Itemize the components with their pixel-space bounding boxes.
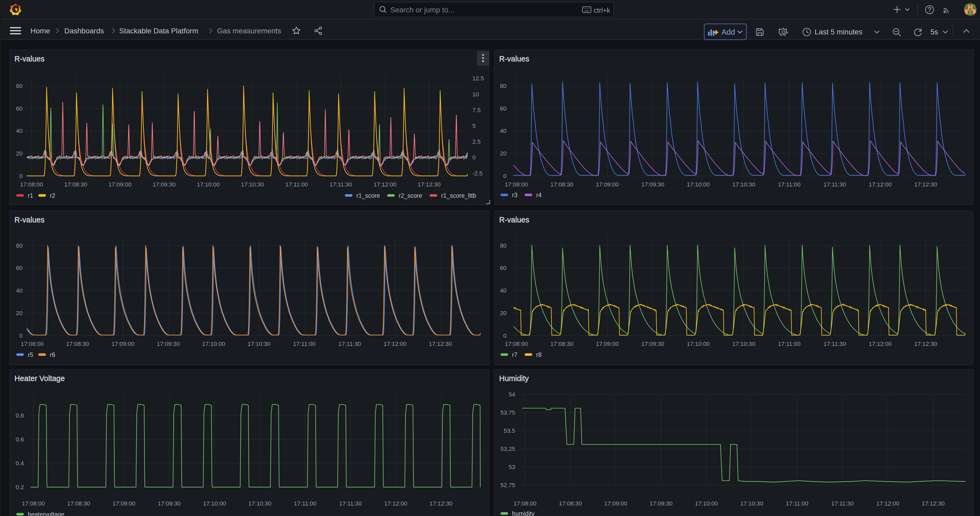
svg-text:17:09:30: 17:09:30 <box>157 341 180 347</box>
svg-text:17:10:30: 17:10:30 <box>248 500 271 507</box>
svg-text:17:09:30: 17:09:30 <box>153 181 176 188</box>
svg-text:humidity: humidity <box>512 510 535 516</box>
svg-text:heatervoltage: heatervoltage <box>28 511 64 516</box>
svg-text:60: 60 <box>16 265 22 271</box>
svg-text:Humidity: Humidity <box>499 374 529 382</box>
svg-text:17:12:00: 17:12:00 <box>876 500 899 507</box>
svg-text:53.5: 53.5 <box>504 427 515 434</box>
svg-text:40: 40 <box>16 287 22 294</box>
svg-text:2.5: 2.5 <box>473 139 480 145</box>
svg-text:40: 40 <box>500 127 506 134</box>
svg-text:17:08:00: 17:08:00 <box>514 500 537 507</box>
svg-text:10: 10 <box>473 91 479 98</box>
svg-text:17:12:30: 17:12:30 <box>914 181 937 188</box>
svg-text:5: 5 <box>473 123 476 129</box>
svg-text:17:12:30: 17:12:30 <box>914 341 937 347</box>
svg-text:17:10:00: 17:10:00 <box>202 341 225 347</box>
svg-text:17:09:00: 17:09:00 <box>596 341 619 347</box>
svg-text:17:09:30: 17:09:30 <box>158 500 181 507</box>
svg-text:53: 53 <box>509 464 515 470</box>
svg-text:r4: r4 <box>536 192 542 199</box>
svg-text:54: 54 <box>509 391 515 398</box>
svg-text:17:12:00: 17:12:00 <box>384 500 407 507</box>
svg-text:17:11:00: 17:11:00 <box>778 341 800 347</box>
svg-text:80: 80 <box>16 83 22 89</box>
svg-text:17:09:30: 17:09:30 <box>649 500 673 507</box>
svg-text:17:10:00: 17:10:00 <box>203 500 226 507</box>
svg-text:R-values: R-values <box>14 216 45 224</box>
svg-text:r1_score: r1_score <box>356 192 380 199</box>
svg-text:17:11:30: 17:11:30 <box>824 341 846 347</box>
svg-text:17:12:30: 17:12:30 <box>430 500 453 507</box>
svg-text:17:12:00: 17:12:00 <box>383 341 407 347</box>
svg-text:53.75: 53.75 <box>501 409 515 416</box>
svg-text:17:12:00: 17:12:00 <box>869 341 892 347</box>
svg-text:0: 0 <box>19 333 22 339</box>
svg-text:R-values: R-values <box>499 55 529 63</box>
svg-text:20: 20 <box>500 150 506 157</box>
svg-text:r3: r3 <box>512 192 517 199</box>
svg-text:52.75: 52.75 <box>501 482 515 489</box>
svg-text:17:12:00: 17:12:00 <box>869 181 892 188</box>
svg-text:0.8: 0.8 <box>16 412 24 419</box>
svg-text:80: 80 <box>500 83 506 89</box>
svg-text:17:10:30: 17:10:30 <box>740 500 764 507</box>
svg-text:60: 60 <box>500 265 506 271</box>
svg-text:r7: r7 <box>512 351 517 358</box>
svg-text:17:08:30: 17:08:30 <box>66 341 89 347</box>
svg-text:17:10:30: 17:10:30 <box>241 181 264 188</box>
svg-text:r2: r2 <box>50 192 55 199</box>
svg-text:r8: r8 <box>536 351 541 358</box>
svg-text:17:08:00: 17:08:00 <box>505 181 528 188</box>
svg-text:17:12:30: 17:12:30 <box>922 500 945 507</box>
svg-text:17:11:30: 17:11:30 <box>824 181 846 188</box>
svg-text:17:09:00: 17:09:00 <box>108 181 132 188</box>
svg-text:17:09:30: 17:09:30 <box>641 341 665 347</box>
svg-text:17:08:30: 17:08:30 <box>550 341 573 347</box>
svg-text:0: 0 <box>503 173 506 179</box>
svg-text:17:10:30: 17:10:30 <box>732 341 755 347</box>
svg-text:0: 0 <box>19 173 22 179</box>
svg-text:r5: r5 <box>28 351 33 358</box>
svg-text:17:10:00: 17:10:00 <box>687 341 710 347</box>
svg-text:12.5: 12.5 <box>473 75 484 82</box>
svg-text:r2_score: r2_score <box>399 192 422 199</box>
svg-text:17:08:30: 17:08:30 <box>550 181 573 188</box>
svg-text:r1: r1 <box>28 192 33 199</box>
svg-text:17:11:00: 17:11:00 <box>786 500 808 507</box>
svg-text:Heater Voltage: Heater Voltage <box>14 374 65 382</box>
svg-text:20: 20 <box>16 310 22 317</box>
svg-text:r6: r6 <box>50 351 55 358</box>
svg-text:17:12:00: 17:12:00 <box>374 181 396 188</box>
svg-text:20: 20 <box>500 310 506 317</box>
svg-text:7.5: 7.5 <box>473 107 480 113</box>
svg-text:17:10:00: 17:10:00 <box>695 500 718 507</box>
svg-text:17:10:00: 17:10:00 <box>197 181 220 188</box>
svg-text:80: 80 <box>500 242 506 249</box>
svg-text:17:08:00: 17:08:00 <box>505 341 528 347</box>
svg-text:17:10:30: 17:10:30 <box>732 181 755 188</box>
svg-text:17:11:00: 17:11:00 <box>285 181 308 188</box>
svg-text:-2.5: -2.5 <box>473 170 483 177</box>
svg-text:r1_score_lttb: r1_score_lttb <box>441 192 476 199</box>
svg-text:20: 20 <box>16 150 22 157</box>
svg-text:17:09:00: 17:09:00 <box>112 500 135 507</box>
svg-text:60: 60 <box>500 105 506 112</box>
svg-text:17:09:30: 17:09:30 <box>641 181 665 188</box>
svg-text:17:11:30: 17:11:30 <box>338 341 361 347</box>
svg-text:17:08:00: 17:08:00 <box>20 181 43 188</box>
svg-text:60: 60 <box>16 105 22 112</box>
svg-text:53.25: 53.25 <box>501 446 515 452</box>
svg-text:40: 40 <box>500 287 506 294</box>
svg-text:0: 0 <box>473 154 476 161</box>
svg-text:17:08:00: 17:08:00 <box>22 500 45 507</box>
svg-text:17:08:00: 17:08:00 <box>21 341 44 347</box>
svg-text:40: 40 <box>16 127 22 134</box>
svg-text:17:11:00: 17:11:00 <box>293 341 316 347</box>
svg-text:17:09:00: 17:09:00 <box>111 341 135 347</box>
svg-text:80: 80 <box>16 242 22 249</box>
svg-text:R-values: R-values <box>14 55 45 63</box>
svg-text:17:09:00: 17:09:00 <box>604 500 627 507</box>
svg-text:0: 0 <box>503 333 506 339</box>
svg-text:17:08:30: 17:08:30 <box>64 181 88 188</box>
